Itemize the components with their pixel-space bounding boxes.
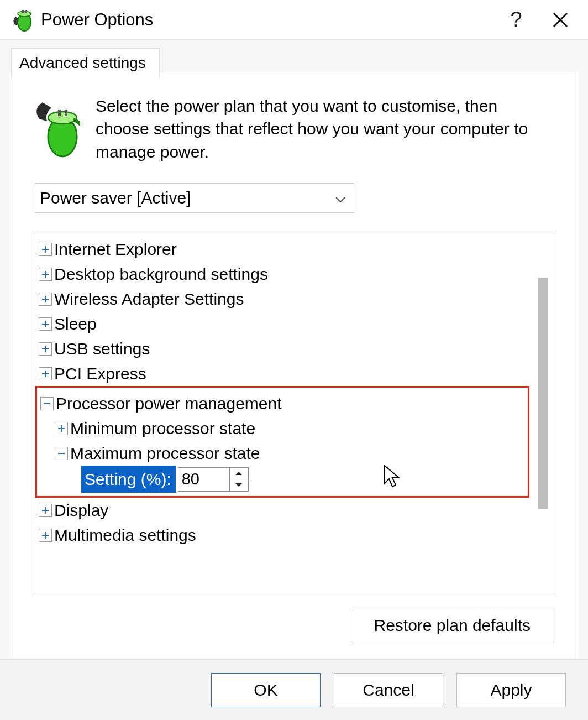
expand-icon[interactable]: [39, 367, 52, 380]
battery-icon: [35, 98, 80, 159]
svg-rect-3: [25, 10, 27, 13]
power-plan-dropdown[interactable]: Power saver [Active]: [35, 183, 354, 213]
svg-rect-7: [65, 110, 67, 116]
expand-icon[interactable]: [39, 317, 52, 331]
expand-icon[interactable]: [39, 529, 52, 542]
highlighted-section: Processor power management Minimum proce…: [35, 386, 529, 498]
intro-section: Select the power plan that you want to c…: [35, 95, 553, 163]
power-options-dialog: Power Options ? Advanced settings: [0, 0, 588, 720]
spinner-control: [230, 467, 249, 492]
tree-item-wireless-adapter[interactable]: Wireless Adapter Settings: [35, 286, 531, 311]
tree-item-processor-power[interactable]: Processor power management: [37, 391, 528, 416]
spinner-up-button[interactable]: [230, 468, 248, 479]
tree-item-usb-settings[interactable]: USB settings: [35, 336, 531, 361]
svg-point-1: [18, 11, 31, 17]
tree-item-sleep[interactable]: Sleep: [35, 311, 531, 336]
tree-item-desktop-background[interactable]: Desktop background settings: [35, 262, 531, 286]
window-title: Power Options: [41, 10, 489, 30]
expand-icon[interactable]: [39, 293, 52, 306]
spinner-down-button[interactable]: [230, 479, 248, 491]
chevron-down-icon: [335, 189, 346, 207]
scrollbar-thumb[interactable]: [538, 278, 548, 509]
svg-rect-2: [22, 10, 24, 13]
svg-rect-6: [58, 110, 61, 116]
restore-plan-defaults-button[interactable]: Restore plan defaults: [351, 608, 553, 643]
setting-label: Setting (%):: [81, 466, 176, 493]
apply-button[interactable]: Apply: [456, 673, 566, 707]
settings-tree: Internet Explorer Desktop background set…: [35, 233, 531, 594]
collapse-icon[interactable]: [40, 397, 54, 410]
expand-icon[interactable]: [39, 504, 52, 517]
ok-button[interactable]: OK: [211, 673, 321, 707]
expand-icon[interactable]: [39, 268, 52, 281]
description-text: Select the power plan that you want to c…: [96, 95, 553, 163]
restore-row: Restore plan defaults: [35, 608, 553, 643]
power-plan-selected: Power saver [Active]: [40, 189, 191, 207]
dialog-button-bar: OK Cancel Apply: [0, 659, 588, 720]
help-button[interactable]: ?: [500, 6, 533, 34]
tree-item-min-processor[interactable]: Minimum processor state: [37, 416, 528, 441]
tree-item-display[interactable]: Display: [35, 498, 531, 523]
setting-row-max-processor: Setting (%):: [37, 466, 528, 493]
close-button[interactable]: [544, 6, 577, 34]
expand-icon[interactable]: [39, 243, 52, 256]
dialog-body: Advanced settings Select the power plan …: [0, 40, 588, 659]
tabstrip: Advanced settings: [9, 40, 579, 72]
tree-item-pci-express[interactable]: PCI Express: [35, 361, 531, 386]
tree-item-internet-explorer[interactable]: Internet Explorer: [35, 237, 531, 262]
tab-page: Select the power plan that you want to c…: [9, 72, 579, 659]
tab-advanced-settings[interactable]: Advanced settings: [11, 48, 160, 78]
tree-item-multimedia[interactable]: Multimedia settings: [35, 523, 531, 547]
setting-value-input[interactable]: [178, 467, 230, 492]
power-icon: [11, 8, 35, 32]
collapse-icon[interactable]: [55, 447, 68, 460]
scrollbar[interactable]: [531, 233, 553, 594]
cancel-button[interactable]: Cancel: [334, 673, 443, 707]
tree-item-max-processor[interactable]: Maximum processor state: [37, 441, 528, 466]
settings-tree-container: Internet Explorer Desktop background set…: [35, 233, 553, 594]
titlebar: Power Options ?: [0, 0, 588, 40]
expand-icon[interactable]: [39, 342, 52, 356]
expand-icon[interactable]: [55, 422, 68, 435]
setting-value-control: [178, 467, 249, 492]
svg-point-5: [48, 112, 77, 124]
